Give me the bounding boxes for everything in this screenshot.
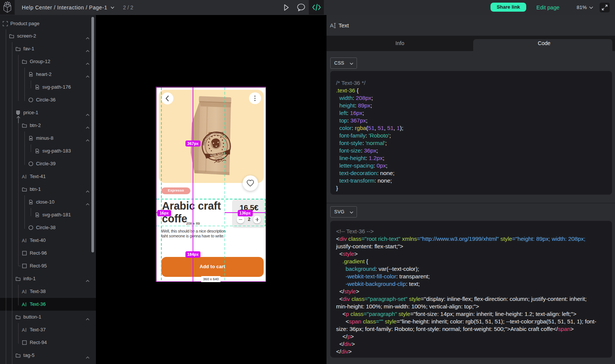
- svg-text:A: A: [22, 302, 25, 307]
- svg-text:A: A: [330, 22, 334, 29]
- svg-text:A: A: [22, 238, 25, 243]
- svg-text:A: A: [22, 174, 25, 180]
- svg-text:A: A: [22, 289, 25, 295]
- svg-text:A: A: [22, 328, 25, 333]
